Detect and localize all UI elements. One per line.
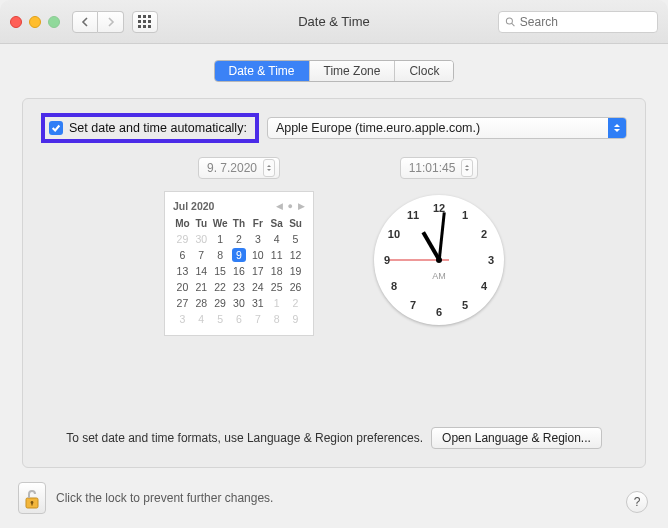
calendar-day[interactable]: 26 bbox=[286, 279, 305, 295]
calendar-day[interactable]: 24 bbox=[248, 279, 267, 295]
calendar-day[interactable]: 3 bbox=[173, 311, 192, 327]
calendar-day[interactable]: 18 bbox=[267, 263, 286, 279]
date-field-value: 9. 7.2020 bbox=[207, 161, 257, 175]
calendar-day[interactable]: 6 bbox=[173, 247, 192, 263]
calendar-day[interactable]: 4 bbox=[192, 311, 211, 327]
forward-button[interactable] bbox=[98, 11, 124, 33]
calendar-day[interactable]: 3 bbox=[248, 231, 267, 247]
auto-highlight: Set date and time automatically: bbox=[41, 113, 259, 143]
search-field[interactable] bbox=[498, 11, 658, 33]
calendar-day[interactable]: 29 bbox=[211, 295, 230, 311]
calendar-day[interactable]: 14 bbox=[192, 263, 211, 279]
calendar-day[interactable]: 1 bbox=[267, 295, 286, 311]
dropdown-arrow-icon bbox=[608, 118, 626, 138]
calendar-day[interactable]: 10 bbox=[248, 247, 267, 263]
calendar-weekday: Tu bbox=[192, 216, 211, 231]
clock-number: 10 bbox=[388, 228, 400, 240]
time-stepper[interactable]: 11:01:45 bbox=[400, 157, 479, 179]
calendar-today-icon[interactable]: ● bbox=[288, 201, 293, 211]
calendar-day[interactable]: 20 bbox=[173, 279, 192, 295]
window-controls bbox=[10, 16, 60, 28]
calendar-day[interactable]: 12 bbox=[286, 247, 305, 263]
calendar-day[interactable]: 13 bbox=[173, 263, 192, 279]
time-stepper-buttons[interactable] bbox=[461, 159, 473, 177]
close-window-button[interactable] bbox=[10, 16, 22, 28]
calendar-day[interactable]: 2 bbox=[230, 231, 249, 247]
tab-bar: Date & Time Time Zone Clock bbox=[22, 60, 646, 82]
calendar-weekday: We bbox=[211, 216, 230, 231]
calendar-day[interactable]: 5 bbox=[286, 231, 305, 247]
help-button[interactable]: ? bbox=[626, 491, 648, 513]
calendar[interactable]: Jul 2020 ◀ ● ▶ MoTuWeThFrSaSu 2930123456… bbox=[164, 191, 314, 336]
svg-line-1 bbox=[512, 23, 515, 26]
search-input[interactable] bbox=[520, 15, 651, 29]
lock-text: Click the lock to prevent further change… bbox=[56, 491, 273, 505]
calendar-day[interactable]: 8 bbox=[267, 311, 286, 327]
calendar-day[interactable]: 9 bbox=[286, 311, 305, 327]
calendar-day[interactable]: 7 bbox=[192, 247, 211, 263]
calendar-day[interactable]: 23 bbox=[230, 279, 249, 295]
show-all-prefs-button[interactable] bbox=[132, 11, 158, 33]
calendar-day[interactable]: 8 bbox=[211, 247, 230, 263]
calendar-day[interactable]: 1 bbox=[211, 231, 230, 247]
auto-checkbox[interactable] bbox=[49, 121, 63, 135]
calendar-day[interactable]: 30 bbox=[192, 231, 211, 247]
lock-button[interactable] bbox=[18, 482, 46, 514]
calendar-day[interactable]: 22 bbox=[211, 279, 230, 295]
calendar-day[interactable]: 29 bbox=[173, 231, 192, 247]
time-server-dropdown[interactable]: Apple Europe (time.euro.apple.com.) bbox=[267, 117, 627, 139]
date-stepper[interactable]: 9. 7.2020 bbox=[198, 157, 280, 179]
clock-number: 2 bbox=[481, 228, 487, 240]
calendar-day[interactable]: 11 bbox=[267, 247, 286, 263]
calendar-weekday: Mo bbox=[173, 216, 192, 231]
lock-row: Click the lock to prevent further change… bbox=[18, 482, 273, 514]
calendar-day[interactable]: 19 bbox=[286, 263, 305, 279]
calendar-day[interactable]: 31 bbox=[248, 295, 267, 311]
calendar-day[interactable]: 21 bbox=[192, 279, 211, 295]
tab-clock[interactable]: Clock bbox=[395, 61, 453, 81]
auto-label: Set date and time automatically: bbox=[69, 121, 247, 135]
calendar-day[interactable]: 6 bbox=[230, 311, 249, 327]
footer-row: To set date and time formats, use Langua… bbox=[23, 427, 645, 449]
clock-number: 8 bbox=[391, 280, 397, 292]
minute-hand bbox=[438, 212, 446, 260]
calendar-next-icon[interactable]: ▶ bbox=[298, 201, 305, 211]
time-field-value: 11:01:45 bbox=[409, 161, 456, 175]
calendar-weekday: Su bbox=[286, 216, 305, 231]
content: Date & Time Time Zone Clock Set date and… bbox=[0, 44, 668, 468]
calendar-day[interactable]: 16 bbox=[230, 263, 249, 279]
calendar-day[interactable]: 17 bbox=[248, 263, 267, 279]
minimize-window-button[interactable] bbox=[29, 16, 41, 28]
svg-point-0 bbox=[506, 17, 512, 23]
clock-number: 5 bbox=[462, 299, 468, 311]
calendar-day[interactable]: 30 bbox=[230, 295, 249, 311]
panel: Set date and time automatically: Apple E… bbox=[22, 98, 646, 468]
lock-open-icon bbox=[23, 488, 41, 510]
calendar-day[interactable]: 27 bbox=[173, 295, 192, 311]
calendar-day[interactable]: 7 bbox=[248, 311, 267, 327]
clock-number: 1 bbox=[462, 209, 468, 221]
open-language-region-button[interactable]: Open Language & Region... bbox=[431, 427, 602, 449]
clock-number: 7 bbox=[410, 299, 416, 311]
analog-clock: AM 121234567891011 bbox=[374, 195, 504, 325]
clock-number: 3 bbox=[488, 254, 494, 266]
search-icon bbox=[505, 16, 516, 28]
calendar-day[interactable]: 9 bbox=[230, 247, 249, 263]
calendar-day[interactable]: 2 bbox=[286, 295, 305, 311]
clock-number: 12 bbox=[433, 202, 445, 214]
time-server-value: Apple Europe (time.euro.apple.com.) bbox=[276, 121, 480, 135]
clock-number: 9 bbox=[384, 254, 390, 266]
calendar-day[interactable]: 4 bbox=[267, 231, 286, 247]
date-column: 9. 7.2020 Jul 2020 ◀ ● ▶ MoTuWeThFrSaSu bbox=[164, 157, 314, 336]
svg-rect-4 bbox=[31, 503, 32, 506]
back-button[interactable] bbox=[72, 11, 98, 33]
tab-date-time[interactable]: Date & Time bbox=[215, 61, 310, 81]
date-stepper-buttons[interactable] bbox=[263, 159, 275, 177]
tab-time-zone[interactable]: Time Zone bbox=[310, 61, 396, 81]
calendar-day[interactable]: 15 bbox=[211, 263, 230, 279]
calendar-day[interactable]: 25 bbox=[267, 279, 286, 295]
clock-pin bbox=[436, 257, 442, 263]
calendar-day[interactable]: 28 bbox=[192, 295, 211, 311]
calendar-day[interactable]: 5 bbox=[211, 311, 230, 327]
calendar-prev-icon[interactable]: ◀ bbox=[276, 201, 283, 211]
